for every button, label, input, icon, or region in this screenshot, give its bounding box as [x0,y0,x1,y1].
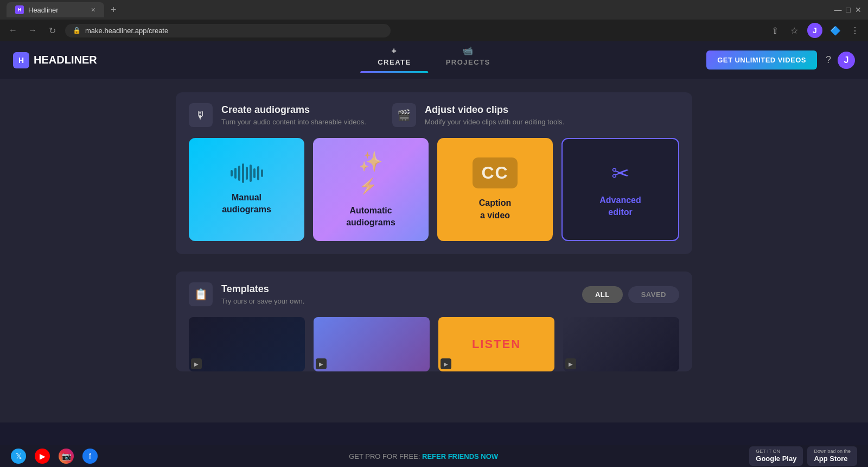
templates-title: Templates [221,283,304,295]
minimize-button[interactable]: — [834,5,842,14]
bottom-bar: 𝕏 ▶ 📷 f GET PRO FOR FREE: REFER FRIENDS … [0,445,868,467]
main-content: 🎙 Create audiograms Turn your audio cont… [0,79,868,422]
audiograms-section: 🎙 Create audiograms Turn your audio cont… [163,92,705,254]
manual-audiograms-card[interactable]: Manualaudiograms [189,138,304,241]
tab-create-label: CREATE [378,58,411,66]
app-store-buttons: GET IT ON Google Play Download on the Ap… [749,446,857,466]
audiograms-subtitle: Turn your audio content into shareable v… [221,118,366,126]
scissors-icon: ✂ [611,161,630,186]
tab-close-button[interactable]: × [91,5,95,14]
logo[interactable]: H HEADLINER [13,52,97,68]
forward-button[interactable]: → [26,26,39,35]
caption-video-label: Captiona video [479,197,512,222]
video-info: Adjust video clips Modify your video cli… [425,104,564,126]
promo-bar: GET PRO FOR FREE: REFER FRIENDS NOW [106,452,741,460]
browser-toolbar-right: ⇧ ☆ J 🔷 ⋮ [768,23,861,38]
address-bar[interactable]: 🔒 make.headliner.app/create [65,24,391,37]
template-overlay-2: ▶ [316,358,327,369]
promo-text: GET PRO FOR FREE: [349,452,422,460]
templates-icon: 📋 [189,282,213,306]
templates-header: 📋 Templates Try ours or save your own. A… [176,272,692,317]
templates-filter-buttons: ALL SAVED [582,286,679,303]
instagram-icon[interactable]: 📷 [59,449,74,464]
template-overlay-4: ▶ [565,358,576,369]
logo-text: HEADLINER [34,54,97,66]
google-play-button[interactable]: GET IT ON Google Play [749,446,803,466]
youtube-icon[interactable]: ▶ [35,449,50,464]
app-store-button[interactable]: Download on the App Store [807,446,857,466]
video-subtitle: Modify your video clips with our editing… [425,118,564,126]
address-bar-row: ← → ↻ 🔒 make.headliner.app/create ⇧ ☆ J … [0,20,868,41]
browser-tab[interactable]: H Headliner × [7,2,104,17]
templates-subtitle: Try ours or save your own. [221,297,304,305]
address-text: make.headliner.app/create [85,27,168,35]
advanced-editor-label: Advancededitor [599,194,641,219]
bookmark-icon[interactable]: ☆ [788,26,801,36]
nav-tabs: + CREATE 📹 PROJECTS [360,41,508,73]
browser-chrome: H Headliner × + — □ ✕ [0,0,868,20]
close-window-button[interactable]: ✕ [855,5,861,14]
template-overlay-3: ▶ [441,358,451,369]
template-card-3[interactable]: LISTEN ▶ [438,317,554,371]
create-icon: + [392,46,398,56]
template-overlay-1: ▶ [191,358,202,369]
projects-icon: 📹 [462,46,474,56]
get-unlimited-button[interactable]: GET UNLIMITED VIDEOS [706,51,817,70]
tab-create[interactable]: + CREATE [360,42,428,73]
audiograms-info: Create audiograms Turn your audio conten… [221,104,366,126]
templates-info: Templates Try ours or save your own. [221,283,304,305]
template-card-4[interactable]: ▶ [563,317,679,371]
template-card-2[interactable]: ▶ [314,317,430,371]
cards-row: Manualaudiograms ✨⚡ Automaticaudiograms … [176,138,692,254]
browser-profile-avatar[interactable]: J [807,23,822,38]
audiograms-section-header: 🎙 Create audiograms Turn your audio cont… [176,92,692,138]
filter-saved-button[interactable]: SAVED [628,286,679,303]
video-icon: 🎬 [392,103,416,127]
tab-projects-label: PROJECTS [446,58,490,66]
lock-icon: 🔒 [73,27,81,34]
cc-icon: CC [473,157,517,188]
menu-icon[interactable]: ⋮ [848,26,861,36]
refresh-button[interactable]: ↻ [46,26,59,36]
tab-projects[interactable]: 📹 PROJECTS [429,41,508,73]
audiograms-title: Create audiograms [221,104,366,116]
twitter-icon[interactable]: 𝕏 [11,449,26,464]
cast-icon[interactable]: ⇧ [768,26,781,36]
app-header: H HEADLINER + CREATE 📹 PROJECTS GET UNLI… [0,41,868,79]
video-title: Adjust video clips [425,104,564,116]
extensions-icon[interactable]: 🔷 [829,26,842,36]
caption-video-card[interactable]: CC Captiona video [437,138,553,241]
promo-link[interactable]: REFER FRIENDS NOW [422,452,498,460]
automatic-audiograms-label: Automaticaudiograms [346,205,395,229]
filter-all-button[interactable]: ALL [582,286,623,303]
profile-avatar[interactable]: J [838,52,855,69]
tab-favicon: H [15,5,24,14]
automatic-audiograms-card[interactable]: ✨⚡ Automaticaudiograms [313,138,429,241]
new-tab-button[interactable]: + [111,4,117,16]
templates-preview-row: ▶ ▶ LISTEN ▶ ▶ [176,317,692,371]
magic-wand-icon: ✨⚡ [359,150,383,196]
maximize-button[interactable]: □ [846,5,851,14]
logo-icon: H [13,52,29,68]
back-button[interactable]: ← [7,26,20,35]
manual-audiograms-label: Manualaudiograms [222,192,271,216]
template-card-1[interactable]: ▶ [189,317,305,371]
help-button[interactable]: ? [826,54,831,66]
audiograms-icon: 🎙 [189,103,213,127]
template-text-3: LISTEN [472,337,521,351]
tab-title: Headliner [28,6,59,14]
facebook-icon[interactable]: f [82,449,98,464]
advanced-editor-card[interactable]: ✂ Advancededitor [561,138,679,241]
templates-section: 📋 Templates Try ours or save your own. A… [163,272,705,371]
waveform-icon [231,163,263,183]
